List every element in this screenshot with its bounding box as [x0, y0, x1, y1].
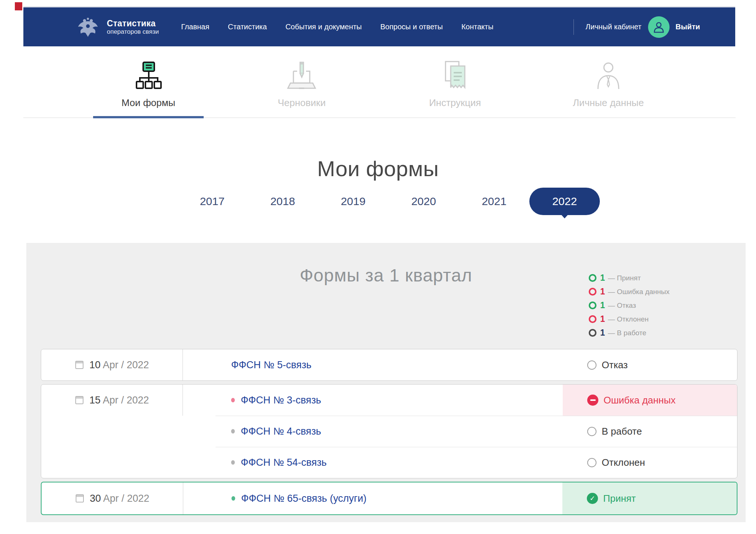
bullet-icon: [231, 429, 235, 434]
date-cell: [41, 447, 183, 478]
legend-label: — Принят: [608, 274, 641, 282]
date-cell: 15 Apr / 2022: [41, 385, 183, 416]
legend-label: — Отказ: [608, 301, 636, 310]
navbar-divider: [573, 19, 574, 35]
form-name-link[interactable]: ФФСН № 54-связь: [241, 457, 327, 468]
date-day: 10: [89, 359, 103, 370]
form-name-link[interactable]: ФФСН № 4-связь: [241, 426, 321, 437]
user-avatar-icon[interactable]: [648, 16, 670, 38]
legend-count: 1: [600, 273, 605, 283]
status-label: Отклонен: [602, 457, 645, 468]
form-card: 15 Apr / 2022 ФФСН № 3-связь Ошибка данн…: [41, 384, 737, 478]
date-rest: Apr / 2022: [103, 359, 149, 370]
nav-link[interactable]: Вопросы и ответы: [380, 23, 443, 31]
tab-label: Черновики: [278, 97, 326, 109]
page-title: Мои формы: [0, 156, 756, 181]
bullet-icon: [231, 398, 235, 402]
ring-icon: [589, 329, 596, 337]
nav-link[interactable]: Главная: [181, 23, 209, 31]
calendar-icon: [75, 396, 83, 404]
calendar-icon: [75, 361, 83, 369]
legend-count: 1: [600, 300, 605, 310]
legend-item: 1 — Отказ: [589, 300, 670, 311]
tab-label: Мои формы: [121, 97, 175, 109]
ring-icon: [589, 315, 596, 323]
legend-item: 1 — Отклонен: [589, 314, 670, 324]
form-cell: ФФСН № 54-связь: [183, 447, 563, 478]
ring-icon: [589, 274, 596, 282]
form-cell: ФФСН № 5-связь: [183, 349, 563, 380]
tab-label: Личные данные: [573, 97, 644, 109]
date-cell: 10 Apr / 2022: [41, 349, 183, 380]
tab-drafts[interactable]: Черновики: [240, 56, 363, 109]
tab-label: Инструкция: [429, 97, 481, 109]
recording-indicator: [15, 2, 22, 10]
form-name-link[interactable]: ФФСН № 5-связь: [231, 359, 312, 371]
status-icon: [587, 458, 596, 467]
sitemap-icon: [133, 56, 164, 91]
status-label: Отказ: [602, 359, 628, 371]
navbar-right: Личный кабинет Выйти: [560, 16, 700, 38]
status-label: В работе: [602, 426, 642, 437]
legend-item: 1 — В работе: [589, 327, 670, 338]
account-link[interactable]: Личный кабинет: [586, 23, 641, 31]
status-icon: [587, 360, 596, 370]
status-cell: Принят: [562, 482, 737, 514]
form-row[interactable]: 30 Apr / 2022 ФФСН № 65-связь (услуги) П…: [42, 482, 737, 514]
nav-link[interactable]: Контакты: [461, 23, 493, 31]
tab-instruction[interactable]: Инструкция: [394, 56, 516, 109]
year-tab[interactable]: 2018: [247, 188, 318, 215]
date-rest: Apr / 2022: [103, 493, 149, 504]
year-tab[interactable]: 2021: [459, 188, 529, 215]
tab-my-forms[interactable]: Мои формы: [87, 56, 210, 109]
bullet-icon: [231, 460, 235, 465]
form-name-link[interactable]: ФФСН № 3-связь: [241, 395, 321, 406]
date-cell: [41, 416, 183, 447]
person-icon: [593, 56, 624, 91]
legend-item: 1 — Ошибка данных: [589, 286, 670, 297]
nav-link[interactable]: Статистика: [228, 23, 267, 31]
quarter-section: Формы за 1 квартал 1 — Принят 1 — Ошибка…: [26, 243, 746, 522]
status-cell: Отклонен: [563, 447, 737, 478]
top-navbar: Статистика операторов связи ГлавнаяСтати…: [23, 6, 735, 46]
legend-count: 1: [600, 287, 605, 297]
year-label: 2021: [482, 195, 507, 208]
form-cell: ФФСН № 65-связь (услуги): [183, 482, 562, 514]
status-label: Ошибка данных: [604, 395, 676, 406]
status-label: Принят: [603, 493, 636, 504]
year-tab[interactable]: 2022: [529, 188, 600, 215]
form-row[interactable]: 10 Apr / 2022 ФФСН № 5-связь Отказ: [41, 349, 737, 380]
date-cell: 30 Apr / 2022: [42, 482, 183, 514]
section-tabs: Мои формы Черновики Инструкция: [87, 56, 670, 109]
logo-title: Статистика: [107, 19, 159, 28]
legend-count: 1: [600, 328, 605, 338]
year-label: 2022: [552, 195, 577, 208]
year-tab[interactable]: 2019: [318, 188, 388, 215]
year-label: 2020: [411, 195, 436, 208]
tab-personal-data[interactable]: Личные данные: [547, 56, 670, 109]
form-row[interactable]: 15 Apr / 2022 ФФСН № 3-связь Ошибка данн…: [41, 385, 737, 416]
documents-icon: [442, 56, 469, 91]
year-tab[interactable]: 2017: [177, 188, 247, 215]
form-cell: ФФСН № 4-связь: [183, 416, 563, 447]
form-row[interactable]: ФФСН № 4-связь В работе: [41, 416, 737, 447]
status-cell: Ошибка данных: [563, 385, 737, 416]
date-day: 15: [89, 395, 103, 406]
date-text: 10 Apr / 2022: [89, 359, 149, 371]
form-row[interactable]: ФФСН № 54-связь Отклонен: [41, 447, 737, 478]
logout-button[interactable]: Выйти: [676, 23, 700, 31]
site-logo[interactable]: Статистика операторов связи: [107, 19, 159, 36]
legend-label: — Отклонен: [608, 315, 649, 323]
legend-count: 1: [600, 314, 605, 324]
status-icon: [587, 493, 598, 504]
form-cell: ФФСН № 3-связь: [183, 385, 563, 416]
bullet-icon: [231, 496, 235, 501]
main-navigation: ГлавнаяСтатистикаСобытия и документыВопр…: [181, 23, 493, 31]
year-label: 2017: [200, 195, 225, 208]
forms-list: 10 Apr / 2022 ФФСН № 5-связь Отказ 15 Ap…: [41, 349, 737, 515]
year-tab[interactable]: 2020: [388, 188, 459, 215]
date-rest: Apr / 2022: [103, 395, 149, 406]
ring-icon: [589, 288, 596, 296]
form-name-link[interactable]: ФФСН № 65-связь (услуги): [241, 493, 367, 504]
nav-link[interactable]: События и документы: [285, 23, 362, 31]
